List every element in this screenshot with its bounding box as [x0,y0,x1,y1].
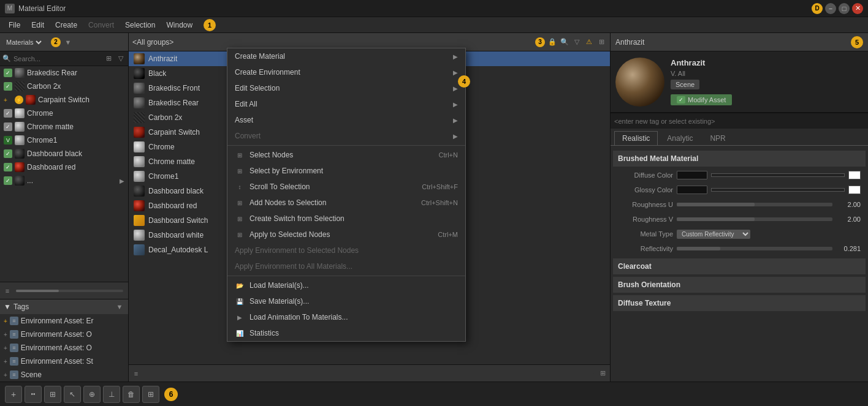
ctx-select-nodes[interactable]: ⊞ Select Nodes Ctrl+N [227,147,465,163]
menu-convert: Convert [83,20,119,31]
d-button[interactable]: D [812,3,823,14]
merge-button[interactable]: ⊥ [103,386,120,403]
ctx-convert: Convert ▶ [227,128,465,144]
add-button[interactable]: + [5,386,22,403]
list-item[interactable]: ✓ Carbon 2x [0,80,128,93]
ctx-edit-selection[interactable]: Edit Selection ▶ 4 [227,80,465,96]
ctx-asset[interactable]: Asset ▶ [227,112,465,128]
list-icon[interactable]: ≡ [131,369,141,378]
menu-window[interactable]: Window [161,20,197,31]
ctx-create-environment[interactable]: Create Environment ▶ [227,64,465,80]
prop-roughness-v: Roughness V 2.00 [613,212,866,227]
section-brush-orientation[interactable]: Brush Orientation [613,277,866,293]
tab-npr[interactable]: NPR [702,131,733,145]
menu-edit[interactable]: Edit [26,20,49,31]
roughness-u-slider[interactable] [677,203,832,206]
metal-type-select[interactable]: Custom Reflectivity [677,230,750,239]
menu-create[interactable]: Create [50,20,82,31]
list-item[interactable]: ✓ Dashboard red [0,160,128,174]
check-icon: ✓ [4,109,12,118]
tag-input[interactable] [614,118,864,125]
split-button[interactable]: ⊞ [142,386,159,403]
ctx-create-material[interactable]: Create Material ▶ [227,48,465,64]
roughness-v-slider[interactable] [677,217,832,221]
filter-icon[interactable]: ▼ [63,37,73,47]
scroll-icon: ↕ [235,182,245,192]
menu-selection[interactable]: Selection [120,20,160,31]
tab-analytic[interactable]: Analytic [659,131,701,145]
filter-toggle-icon[interactable]: ▽ [116,54,126,64]
ctx-create-switch[interactable]: ⊞ Create Switch from Selection [227,211,465,227]
diffuse-color-white-swatch[interactable] [848,171,861,179]
preview-sphere [615,58,664,107]
section-brushed-metal[interactable]: Brushed Metal Material [613,151,866,167]
ctx-edit-all[interactable]: Edit All ▶ [227,96,465,112]
load-icon: 📂 [235,280,245,290]
bottom-toolbar: + •• ⊞ ↖ ⊕ ⊥ 🗑 ⊞ 6 [0,382,868,406]
close-button[interactable]: ✕ [852,3,863,14]
list-item[interactable]: ✓ Chrome [0,107,128,120]
list-item[interactable]: ✓ Dashboard black [0,147,128,160]
glossy-color-white-swatch[interactable] [848,186,861,194]
ctx-scroll-to-selection[interactable]: ↕ Scroll To Selection Ctrl+Shift+F [227,179,465,195]
ctx-add-nodes[interactable]: ⊞ Add Nodes to Selection Ctrl+Shift+N [227,195,465,211]
badge-1: 1 [204,19,216,31]
tag-item[interactable]: + ≡ Environment Asset: O [0,328,128,341]
preview-info: Anthrazit V. All Scene ✓ Modify Asset [671,58,863,105]
tag-item[interactable]: + ≡ Environment Asset: Er [0,314,128,328]
cursor-button[interactable]: ↖ [64,386,81,403]
section-diffuse-texture[interactable]: Diffuse Texture [613,295,866,311]
dots-button[interactable]: •• [25,386,42,403]
maximize-button[interactable]: □ [839,3,850,14]
menu-file[interactable]: File [4,20,25,31]
tags-menu-icon[interactable]: ▼ [115,302,124,312]
ctx-item-label: Apply to Selected Nodes [249,230,433,239]
ctx-load-animation[interactable]: ▶ Load Animation To Materials... [227,309,465,325]
ctx-statistics[interactable]: 📊 Statistics [227,325,465,341]
material-thumbnail [134,141,145,152]
ctx-save-materials[interactable]: 💾 Save Material(s)... [227,293,465,309]
materials-dropdown[interactable]: Materials [4,38,44,47]
search-icon[interactable]: 🔍 [560,37,569,47]
ctx-apply-selected[interactable]: ⊞ Apply to Selected Nodes Ctrl+M [227,227,465,242]
ctx-load-materials[interactable]: 📂 Load Material(s)... [227,277,465,293]
submenu-arrow: ▶ [453,69,458,76]
delete-button[interactable]: 🗑 [123,386,140,403]
lock-icon[interactable]: 🔒 [547,37,557,47]
section-title: Diffuse Texture [618,299,671,307]
mid-item-label: Dashboard white [148,231,204,239]
badge-5: 5 [851,36,863,48]
filter-icon[interactable]: ▽ [572,37,582,47]
link-button[interactable]: ⊕ [83,386,101,403]
left-panel: Materials 2 ▼ 🔍 ⊞ ▽ ✓ Brakedisc Rear ✓ C… [0,33,129,382]
glossy-color-swatch[interactable] [677,186,707,194]
modify-asset-button[interactable]: ✓ Modify Asset [671,94,732,105]
grid-icon[interactable]: ⊞ [596,37,606,47]
animation-icon: ▶ [235,312,245,322]
grid-view-icon[interactable]: ⊞ [104,54,113,64]
left-search-input[interactable] [13,55,101,62]
list-icon[interactable]: ≡ [2,286,12,296]
prop-metal-type: Metal Type Custom Reflectivity [613,227,866,241]
apply-icon: ⊞ [235,230,245,239]
list-item[interactable]: V Chrome1 [0,133,128,147]
grid-button[interactable]: ⊞ [44,386,61,403]
diffuse-color-swatch[interactable] [677,171,707,179]
grid-view-icon[interactable]: ⊞ [598,369,607,378]
tag-item[interactable]: + ≡ Environment Asset: St [0,355,128,368]
list-item[interactable]: ✓ Brakedisc Rear [0,66,128,80]
reflectivity-slider[interactable] [677,247,832,250]
list-item[interactable]: ✓ Chrome matte [0,120,128,133]
list-item[interactable]: ✓ ... ▶ [0,174,128,187]
tag-item[interactable]: + ≡ Scene [0,368,128,382]
warning-icon[interactable]: ⚠ [584,37,594,47]
section-clearcoat[interactable]: Clearcoat [613,258,866,274]
ctx-select-by-env[interactable]: ⊞ Select by Environment [227,163,465,179]
material-thumbnail [15,176,25,186]
minimize-button[interactable]: − [825,3,836,14]
list-item[interactable]: + ⚡ Carpaint Switch [0,93,128,107]
prop-roughness-u: Roughness U 2.00 [613,197,866,212]
tag-item[interactable]: + ≡ Environment Asset: O [0,341,128,355]
tab-realistic[interactable]: Realistic [614,131,658,145]
ctx-item-label: Create Material [235,52,448,61]
